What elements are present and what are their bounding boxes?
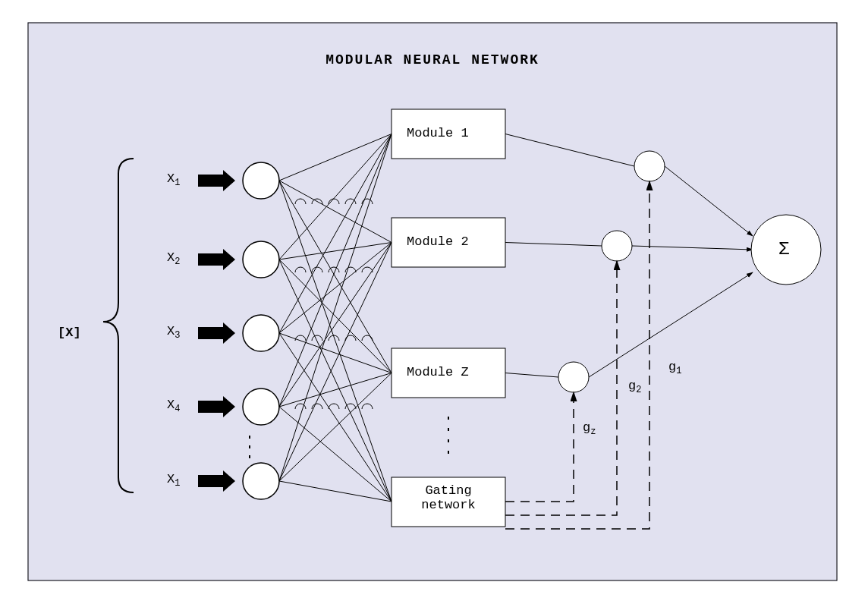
input-label-1: X2 xyxy=(167,250,180,267)
svg-line-22 xyxy=(279,134,392,482)
svg-point-1 xyxy=(243,162,279,199)
module-label-2: Module Z xyxy=(407,365,469,379)
input-vector-label: [X] xyxy=(58,326,81,340)
svg-line-9 xyxy=(279,181,392,502)
gate-label-g1: g1 xyxy=(668,360,681,376)
svg-line-23 xyxy=(279,243,392,482)
svg-point-2 xyxy=(243,241,279,278)
input-label-3: X4 xyxy=(167,398,180,414)
svg-line-6 xyxy=(279,134,392,181)
input-label-0: X1 xyxy=(167,171,180,188)
gating-label: Gating network xyxy=(405,483,492,512)
svg-line-40 xyxy=(505,134,634,167)
gate-label-gz: gz xyxy=(583,420,596,437)
svg-line-16 xyxy=(279,333,392,373)
module-label-0: Module 1 xyxy=(407,126,469,140)
svg-point-37 xyxy=(634,151,665,181)
svg-point-39 xyxy=(558,362,589,392)
svg-line-43 xyxy=(665,166,753,236)
svg-line-41 xyxy=(505,243,602,247)
input-label-2: X3 xyxy=(167,324,180,341)
input-label-4: X1 xyxy=(167,472,180,489)
svg-line-17 xyxy=(279,333,392,502)
svg-line-18 xyxy=(279,134,392,407)
svg-line-25 xyxy=(279,481,392,502)
svg-line-20 xyxy=(279,373,392,407)
sum-symbol: Σ xyxy=(778,239,789,260)
module-label-1: Module 2 xyxy=(407,234,469,249)
svg-line-10 xyxy=(279,134,392,260)
svg-line-44 xyxy=(632,246,753,250)
svg-point-5 xyxy=(243,463,279,499)
svg-line-15 xyxy=(279,243,392,334)
svg-point-38 xyxy=(602,231,632,261)
svg-point-3 xyxy=(243,315,279,351)
svg-line-42 xyxy=(505,373,558,378)
svg-line-11 xyxy=(279,243,392,260)
gate-label-g2: g2 xyxy=(628,379,641,395)
svg-point-4 xyxy=(243,389,279,425)
